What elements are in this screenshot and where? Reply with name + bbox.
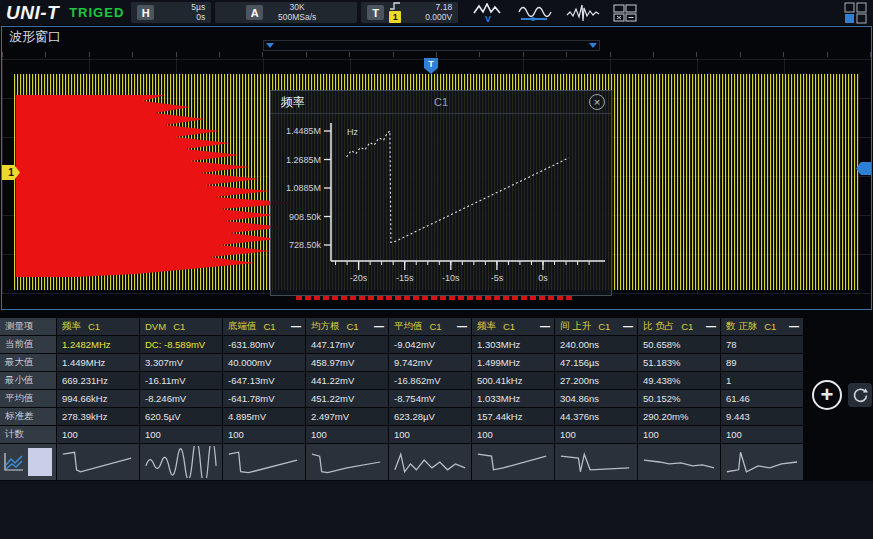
measure-column-4: 平均值C1—-9.042mV9.742mV-16.862mV-8.754mV62…	[389, 318, 471, 480]
trend-selected-indicator[interactable]	[28, 448, 52, 476]
measure-value: 50.152%	[638, 390, 720, 407]
acquire-settings-group[interactable]: A 30K 500MSa/s	[215, 2, 357, 23]
frequency-trend-popup[interactable]: 频率 C1 × 1.4485M1.2685M1.0885M908.50k728.…	[270, 90, 612, 296]
trend-sparkline[interactable]	[306, 444, 388, 480]
trigger-status-label: TRIGED	[69, 5, 127, 20]
measure-column-0: 频率C11.2482MHz1.449MHz669.231Hz994.66kHz2…	[57, 318, 139, 480]
x-tick-label: -20s	[350, 273, 368, 283]
measure-value: -16.862mV	[389, 372, 471, 389]
sample-rate-value: 500MSa/s	[268, 13, 326, 23]
measure-name: 频率	[477, 320, 496, 333]
trigger-settings-group[interactable]: T 1 7.18 0.000V	[361, 2, 458, 23]
row-label-0: 当前值	[0, 336, 56, 353]
measure-name: 平均值	[394, 320, 423, 333]
frequency-trend-line	[347, 131, 569, 242]
row-label-2: 最小值	[0, 372, 56, 389]
measure-column-header[interactable]: 平均值C1—	[389, 318, 471, 335]
measure-value: 100	[721, 426, 803, 443]
measure-column-6: 间 上升C1—240.00ns47.156µs27.200ns304.86ns4…	[555, 318, 637, 480]
trend-sparkline[interactable]	[638, 444, 720, 480]
scroll-right-handle-icon[interactable]	[589, 43, 597, 48]
popup-header[interactable]: 频率 C1 ×	[271, 91, 611, 114]
measure-value: 441.22mV	[306, 372, 388, 389]
measure-column-header[interactable]: 比 负占C1—	[638, 318, 720, 335]
trigger-source-badge[interactable]: 1	[389, 11, 401, 23]
acquire-key[interactable]: A	[246, 5, 263, 20]
trend-sparkline[interactable]	[140, 444, 222, 480]
measure-value: 9.742mV	[389, 354, 471, 371]
measure-name: 比 负占	[643, 320, 674, 333]
measure-value: 40.000mV	[223, 354, 305, 371]
measure-value: 44.376ns	[555, 408, 637, 425]
calc-grid-icon[interactable]	[613, 4, 637, 22]
trend-sparkline[interactable]	[389, 444, 471, 480]
measure-value: 61.46	[721, 390, 803, 407]
measure-value: 49.438%	[638, 372, 720, 389]
remove-measure-button[interactable]: —	[789, 321, 799, 332]
measure-column-header[interactable]: DVMC1	[140, 318, 222, 335]
scroll-left-handle-icon[interactable]	[266, 43, 274, 48]
measure-source: C1	[764, 321, 776, 332]
noise-waveform-icon[interactable]	[566, 3, 600, 23]
measure-name: DVM	[145, 321, 166, 332]
y-tick-label: 1.4485M	[286, 126, 321, 136]
row-label-5: 计数	[0, 426, 56, 443]
trigger-key[interactable]: T	[367, 5, 384, 20]
remove-measure-button[interactable]: —	[291, 321, 301, 332]
measure-value: 89	[721, 354, 803, 371]
horizontal-scroll-bar[interactable]	[263, 40, 600, 51]
measure-value: 100	[223, 426, 305, 443]
measure-source: C1	[598, 321, 610, 332]
y-tick-label: 728.50k	[289, 240, 322, 250]
measure-name: 频率	[62, 320, 81, 333]
trend-sparkline[interactable]	[555, 444, 637, 480]
measure-column-header[interactable]: 均方根C1—	[306, 318, 388, 335]
remove-measure-button[interactable]: —	[457, 321, 467, 332]
measure-column-header[interactable]: 间 上升C1—	[555, 318, 637, 335]
remove-measure-button[interactable]: —	[540, 321, 550, 332]
measure-value: -641.78mV	[223, 390, 305, 407]
reset-statistics-icon[interactable]	[848, 383, 872, 407]
measure-source: C1	[173, 321, 185, 332]
measure-value: -8.246mV	[140, 390, 222, 407]
trend-sparkline[interactable]	[721, 444, 803, 480]
remove-measure-button[interactable]: —	[706, 321, 716, 332]
time-ruler	[2, 52, 871, 57]
measure-name: 间 上升	[560, 320, 591, 333]
trend-sparkline[interactable]	[223, 444, 305, 480]
measure-value: 9.443	[721, 408, 803, 425]
remove-measure-button[interactable]: —	[374, 321, 384, 332]
top-status-bar: UNI-T TRIGED H 5µs 0s A 30K 500MSa/s T 1…	[0, 0, 873, 25]
x-tick-label: -10s	[442, 273, 460, 283]
remove-measure-button[interactable]: —	[623, 321, 633, 332]
measure-value: 100	[306, 426, 388, 443]
measure-value: 51.183%	[638, 354, 720, 371]
measure-value: 100	[472, 426, 554, 443]
measure-column-header[interactable]: 数 正脉C1—	[721, 318, 803, 335]
add-measure-icon[interactable]: +	[812, 380, 842, 410]
y-tick-label: 908.50k	[289, 212, 322, 222]
measure-column-header[interactable]: 底端值C1—	[223, 318, 305, 335]
y-tick-label: 1.0885M	[286, 183, 321, 193]
measure-column-header[interactable]: 频率C1	[57, 318, 139, 335]
measure-value: -16.11mV	[140, 372, 222, 389]
measure-value: 50.658%	[638, 336, 720, 353]
sine-wave-icon[interactable]	[517, 3, 553, 23]
trend-mode-cell[interactable]	[0, 444, 56, 480]
measure-value: 27.200ns	[555, 372, 637, 389]
horizontal-key[interactable]: H	[137, 5, 154, 20]
trend-sparkline[interactable]	[57, 444, 139, 480]
measure-value: 451.22mV	[306, 390, 388, 407]
measure-column-header[interactable]: 频率C1—	[472, 318, 554, 335]
measure-column-8: 数 正脉C1—7889161.469.443100	[721, 318, 803, 480]
measure-value: 500.41kHz	[472, 372, 554, 389]
horizontal-settings-group[interactable]: H 5µs 0s	[131, 2, 211, 23]
measure-name: 均方根	[311, 320, 340, 333]
measure-value: 47.156µs	[555, 354, 637, 371]
measure-value: 1.303MHz	[472, 336, 554, 353]
close-icon[interactable]: ×	[589, 94, 605, 110]
display-split-icon[interactable]	[844, 2, 867, 24]
trend-sparkline[interactable]	[472, 444, 554, 480]
brand-logo: UNI-T	[0, 2, 65, 24]
spectrum-fft-icon[interactable]: V	[472, 3, 504, 23]
